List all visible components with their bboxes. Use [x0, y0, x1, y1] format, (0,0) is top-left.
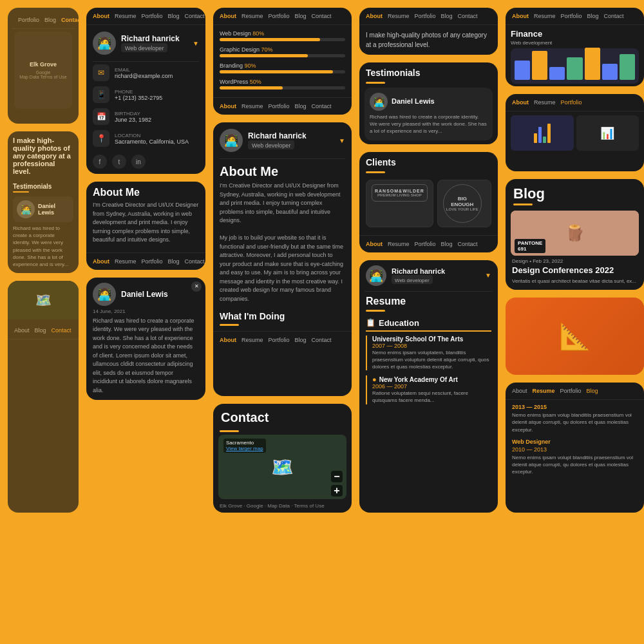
client-ransom: RANSOM&WILDER PREMIUM LIVING SHOP: [366, 180, 433, 227]
main-grid: Portfolio Blog Contact Elk Grove Google …: [0, 0, 644, 644]
nav-blog[interactable]: Blog: [168, 13, 180, 19]
nav-portfolio[interactable]: Portfolio: [18, 17, 39, 23]
blog-accent-line: [513, 204, 533, 205]
close-button[interactable]: ✕: [191, 281, 202, 292]
twitter-icon[interactable]: t: [112, 155, 126, 169]
profile-card: About Resume Portfolio Blog Contact 🧑‍💻 …: [86, 8, 205, 174]
resume-profile-card: 🧑‍💻 Richard hanrick Web developer ▼ Resu…: [359, 260, 498, 513]
blog-post-excerpt: Veritatis et quasi architect beatae vita…: [506, 276, 644, 290]
skill-graphic-design: Graphic Design 70%: [213, 44, 352, 60]
skill-web-design: Web Design 80%: [213, 28, 352, 44]
blog-post-meta: Design • Feb 23, 2022: [506, 258, 644, 264]
map-placeholder[interactable]: SacramentoView larger map 🗺️ + −: [218, 435, 346, 499]
about-card-nav: About Resume Portfolio Blog Contact: [86, 252, 205, 270]
nav-bar-partial: Portfolio Blog Contact: [12, 12, 75, 29]
about-card: About Me I'm Creative Director and UI/UX…: [86, 182, 205, 270]
profile-header: 🧑‍💻 Richard hanrick Web developer ▼: [86, 25, 205, 61]
skills-bottom-nav: About Resume Portfolio Blog Contact: [213, 97, 352, 115]
nav-about[interactable]: About: [93, 258, 109, 265]
nav-contact[interactable]: Contact: [312, 13, 332, 19]
clients-title: Clients: [359, 152, 498, 170]
facebook-icon[interactable]: f: [93, 155, 107, 169]
finance-nav: About Resume Portfolio Blog Contact: [506, 8, 644, 25]
resume-dropdown[interactable]: ▼: [485, 272, 491, 279]
what-accent-line: [220, 324, 239, 326]
email-row: ✉ EMAIL richard@example.com: [86, 62, 205, 84]
instagram-icon[interactable]: in: [131, 155, 146, 169]
testimonial-name: Daniel Lewis: [121, 290, 168, 299]
email-value: richard@example.com: [115, 73, 173, 79]
education-section: 📋 Education University School Of The Art…: [359, 314, 498, 413]
about-long-bottom-nav: About Resume Portfolio Blog Contact: [213, 331, 352, 348]
resume-item-1: University School Of The Arts 2007 — 200…: [366, 336, 491, 371]
clients-card: Clients RANSOM&WILDER PREMIUM LIVING SHO…: [359, 152, 498, 252]
skill-branding: Branding 90%: [213, 60, 352, 76]
contact-card: Contact SacramentoView larger map 🗺️ + −…: [213, 404, 352, 513]
nav-blog[interactable]: Blog: [44, 17, 56, 23]
nav-portfolio[interactable]: Portfolio: [142, 13, 163, 19]
nav-blog[interactable]: Blog: [168, 258, 180, 265]
testimonials-accent: [366, 82, 385, 84]
profile-nav: About Resume Portfolio Blog Contact: [86, 8, 205, 25]
partial-card-top-left: Portfolio Blog Contact Elk Grove Google …: [8, 8, 79, 124]
resume-title: Resume: [359, 292, 498, 308]
blog-title: Blog: [506, 179, 644, 204]
dropdown-arrow-icon[interactable]: ▼: [193, 40, 199, 47]
skills-card-nav: About Resume Portfolio Blog Contact: [213, 8, 352, 25]
nav-portfolio[interactable]: Portfolio: [269, 13, 290, 19]
clients-logos: RANSOM&WILDER PREMIUM LIVING SHOP BIG EN…: [359, 176, 498, 231]
blog-post-image: 🪵 PANTONE691: [511, 211, 639, 256]
nav-contact[interactable]: Contact: [61, 17, 79, 23]
clients-bottom-nav: About Resume Portfolio Blog Contact: [359, 235, 498, 252]
testimonial-1-text: Richard was hired to create a corporate …: [370, 113, 488, 135]
birthday-label: BIRTHDAY: [115, 111, 151, 117]
avatar: 🧑‍💻: [93, 32, 116, 55]
nav-contact[interactable]: Contact: [185, 258, 205, 265]
birthday-value: June 23, 1982: [115, 117, 151, 123]
nav-resume[interactable]: Resume: [115, 13, 137, 19]
skills-card: About Resume Portfolio Blog Contact Web …: [213, 8, 352, 115]
testimonial-body: Richard was hired to create a corporate …: [86, 317, 205, 401]
about-long-dropdown[interactable]: ▼: [339, 137, 345, 144]
testimonial-date: 14 June, 2021: [86, 308, 205, 317]
about-long-name: Richard hanrick: [248, 131, 307, 140]
testimonial-1-avatar: 🧑‍💻: [370, 93, 388, 111]
what-im-doing-title: What I'm Doing: [213, 307, 352, 323]
profile-name: Richard hanrick: [121, 34, 180, 43]
phone-icon: 📱: [97, 90, 106, 99]
resume-timeline-nav: About Resume Portfolio Blog: [506, 383, 644, 400]
partial-card-mid-left: I make high-quality photos of any catego…: [8, 131, 79, 273]
location-icon: 📍: [97, 134, 106, 143]
resume-name: Richard hanrick: [392, 267, 445, 275]
about-title: About Me: [86, 182, 205, 201]
nav-about-active[interactable]: About: [93, 13, 109, 19]
email-icon: ✉: [98, 68, 104, 77]
clients-accent: [366, 171, 385, 173]
partial-card-bottom-left: 🗺️ About Blog Contact: [8, 281, 79, 513]
nav-blog[interactable]: Blog: [295, 13, 307, 19]
phone-row: 📱 PHONE +1 (213) 352-2795: [86, 84, 205, 106]
nav-portfolio[interactable]: Portfolio: [142, 258, 163, 265]
resume-timeline-card: About Resume Portfolio Blog 2013 — 2015 …: [506, 383, 644, 513]
resume-item-2: ● New York Academy Of Art 2006 — 2007 Ra…: [366, 375, 491, 404]
about-long-avatar: 🧑‍💻: [220, 129, 243, 152]
finance-card: About Resume Portfolio Blog Contact Fina…: [506, 8, 644, 86]
portfolio-nav: About Resume Portfolio: [506, 94, 644, 111]
contact-title: Contact: [213, 404, 352, 429]
portfolio-preview-card: About Resume Portfolio 📊: [506, 94, 644, 171]
birthday-row: 📅 BIRTHDAY June 23, 1982: [86, 106, 205, 128]
nav-resume[interactable]: Resume: [242, 13, 263, 19]
about-long-card: 🧑‍💻 Richard hanrick Web developer ▼ Abou…: [213, 122, 352, 396]
location-value: Sacramento, California, USA: [115, 138, 189, 145]
nav-contact[interactable]: Contact: [185, 13, 205, 19]
nav-about-active[interactable]: About: [220, 13, 236, 19]
resume-avatar: 🧑‍💻: [366, 265, 386, 286]
contact-accent: [220, 430, 239, 432]
photo-nav: About Resume Portfolio Blog Contact: [359, 8, 498, 25]
resume-accent: [366, 310, 385, 312]
nav-resume[interactable]: Resume: [115, 258, 137, 265]
profile-title: Web developer: [125, 45, 164, 52]
photo-card: About Resume Portfolio Blog Contact I ma…: [359, 8, 498, 55]
social-links: f t in: [86, 149, 205, 174]
finance-title: Finance: [506, 25, 644, 40]
